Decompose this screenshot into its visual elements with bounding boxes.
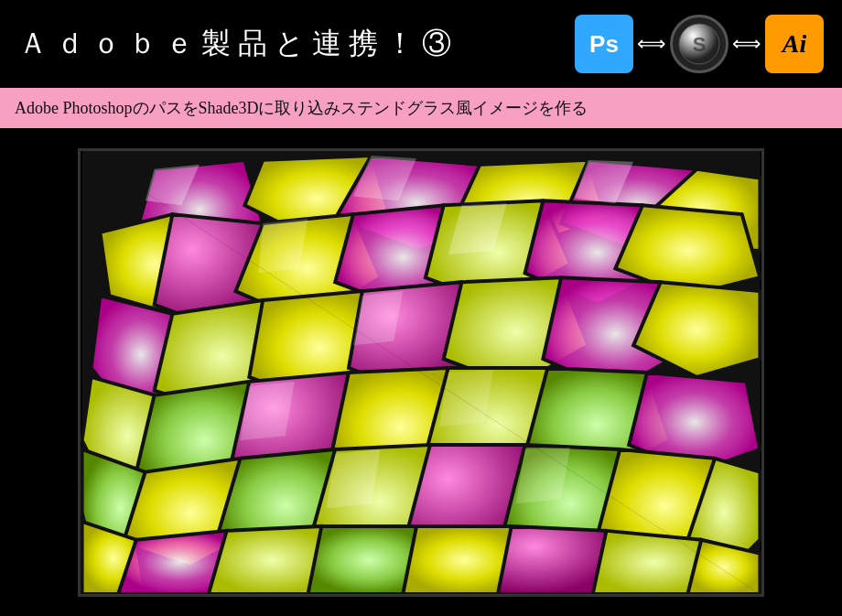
header-section: Ａｄｏｂｅ製品と連携！③ Ps ⟺ S ⟺ Ai [0,0,842,88]
arrow-icon-2: ⟺ [729,32,765,56]
arrow-icon-1: ⟺ [633,32,670,56]
main-content [0,128,842,616]
subtitle-text: Adobe PhotoshopのパスをShade3Dに取り込みステンドグラス風イ… [15,97,588,119]
shade3d-icon: S [670,15,729,73]
subtitle-bar: Adobe PhotoshopのパスをShade3Dに取り込みステンドグラス風イ… [0,88,842,128]
app-icons: Ps ⟺ S ⟺ Ai [575,15,824,73]
photoshop-icon: Ps [575,15,633,73]
svg-text:S: S [693,33,707,56]
page-title: Ａｄｏｂｅ製品と連携！③ [18,24,459,64]
stained-glass-image [78,148,764,597]
illustrator-icon: Ai [765,15,824,73]
stained-glass-svg [81,151,761,594]
